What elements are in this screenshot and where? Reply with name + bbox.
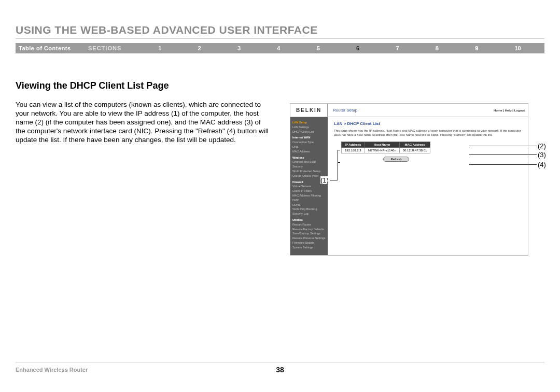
sb-ddns[interactable]: DDNS <box>292 203 326 207</box>
callout-4: (4) <box>538 161 546 169</box>
td-host: NETWK-HP-a1140n <box>365 147 399 153</box>
sb-restore-defaults[interactable]: Restore Factory Defaults <box>292 227 326 232</box>
refresh-button[interactable]: Refresh <box>383 157 409 162</box>
rs-title: Router Setup <box>328 108 494 113</box>
bracket-1 <box>338 150 338 163</box>
sb-wireless[interactable]: Wireless <box>292 156 326 160</box>
rs-table: IP Address Host Name MAC Address 192.168… <box>341 142 430 153</box>
sb-conn-type[interactable]: Connection Type <box>292 140 326 145</box>
nav-item-5[interactable]: 5 <box>317 45 320 51</box>
sb-sys-settings[interactable]: System Settings <box>292 245 326 250</box>
sb-restart[interactable]: Restart Router <box>292 222 326 227</box>
th-mac: MAC Address <box>399 142 430 147</box>
rs-userlinks[interactable]: Home | Help | Logout <box>494 109 528 112</box>
sb-virtual-servers[interactable]: Virtual Servers <box>292 184 326 189</box>
rs-header: BELKIN Router Setup Home | Help | Logout <box>290 104 528 117</box>
callout-line-1v <box>338 163 338 180</box>
footer-page-number: 38 <box>0 366 560 374</box>
nav-sections-label: SECTIONS <box>88 45 140 51</box>
sb-mac[interactable]: MAC Address <box>292 149 326 154</box>
callout-line-2 <box>469 146 537 146</box>
rule-bottom <box>16 362 544 362</box>
nav-item-3[interactable]: 3 <box>237 45 241 51</box>
section-nav: Table of Contents SECTIONS 1 2 3 4 5 6 7… <box>16 43 544 53</box>
rs-logo: BELKIN <box>290 104 328 117</box>
callout-line-3 <box>469 155 537 155</box>
sb-save-backup[interactable]: Save/Backup Settings <box>292 231 326 236</box>
nav-item-4[interactable]: 4 <box>277 45 280 51</box>
sb-dhcp-client-list[interactable]: DHCP Client List <box>292 130 326 134</box>
sb-dns[interactable]: DNS <box>292 145 326 149</box>
nav-item-1[interactable]: 1 <box>158 45 161 51</box>
sb-channel-ssid[interactable]: Channel and SSID <box>292 160 326 164</box>
nav-item-6[interactable]: 6 <box>356 45 359 51</box>
callout-3: (3) <box>538 151 546 159</box>
page-title: USING THE WEB-BASED ADVANCED USER INTERF… <box>16 24 318 36</box>
th-host: Host Name <box>365 142 399 147</box>
rule-top <box>16 38 544 39</box>
sb-internet-wan[interactable]: Internet WAN <box>292 135 326 140</box>
sb-sec-log[interactable]: Security Log <box>292 212 326 216</box>
nav-toc[interactable]: Table of Contents <box>16 45 88 51</box>
sb-wan-ping[interactable]: WAN Ping Blocking <box>292 207 326 212</box>
callout-2: (2) <box>538 142 546 150</box>
sb-restore-prev[interactable]: Restore Previous Settings <box>292 236 326 241</box>
td-ip: 192.168.2.3 <box>342 147 365 153</box>
sb-fw-update[interactable]: Firmware Update <box>292 241 326 245</box>
rs-desc: This page shows you the IP address, Host… <box>334 129 522 137</box>
body-text: You can view a list of the computers (kn… <box>16 101 270 144</box>
nav-item-10[interactable]: 10 <box>515 45 521 51</box>
sb-client-ip[interactable]: Client IP Filters <box>292 189 326 193</box>
sb-lan-settings[interactable]: LAN Settings <box>292 125 326 130</box>
nav-item-7[interactable]: 7 <box>396 45 399 51</box>
nav-item-2[interactable]: 2 <box>198 45 201 51</box>
th-ip: IP Address <box>342 142 365 147</box>
section-heading: Viewing the DHCP Client List Page <box>16 80 169 91</box>
td-mac: 00:12:3f:47:38:01 <box>399 147 430 153</box>
sb-dmz[interactable]: DMZ <box>292 198 326 203</box>
sb-wps[interactable]: Wi-Fi Protected Setup <box>292 169 326 174</box>
callout-line-4 <box>469 164 537 165</box>
rs-main: LAN > DHCP Client List This page shows y… <box>328 117 528 255</box>
nav-items: 1 2 3 4 5 6 7 8 9 10 <box>140 45 544 51</box>
sb-security[interactable]: Security <box>292 164 326 169</box>
callout-line-1 <box>330 180 338 180</box>
nav-item-9[interactable]: 9 <box>475 45 478 51</box>
nav-item-8[interactable]: 8 <box>436 45 439 51</box>
rs-breadcrumb: LAN > DHCP Client List <box>334 121 522 126</box>
sb-mac-filter[interactable]: MAC Address Filtering <box>292 193 326 198</box>
sb-lan-setup[interactable]: LAN Setup <box>292 120 326 125</box>
rs-sidebar: LAN Setup LAN Settings DHCP Client List … <box>290 117 328 255</box>
callout-1: (1) <box>320 176 329 184</box>
sb-utilities[interactable]: Utilities <box>292 218 326 222</box>
table-row: 192.168.2.3 NETWK-HP-a1140n 00:12:3f:47:… <box>342 147 430 153</box>
